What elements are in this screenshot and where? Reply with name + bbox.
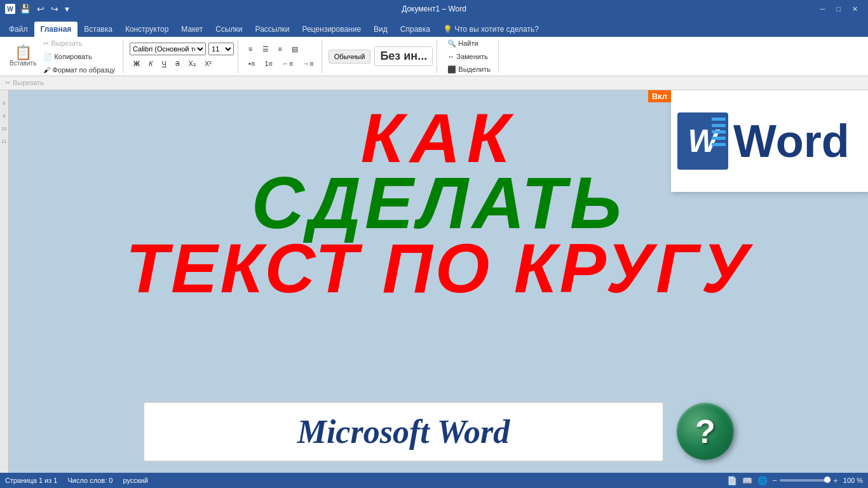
ruler-mark-11: 11 bbox=[2, 131, 7, 144]
language-indicator: русский bbox=[123, 477, 147, 484]
tab-insert[interactable]: Вставка bbox=[78, 22, 119, 37]
toolbar-extra: ✂ Вырезать bbox=[0, 76, 868, 90]
microsoft-word-box: Microsoft Word bbox=[143, 402, 664, 462]
align-right-button[interactable]: ≡ bbox=[275, 43, 286, 55]
tab-review[interactable]: Рецензирование bbox=[295, 22, 367, 37]
tab-help[interactable]: Справка bbox=[394, 22, 437, 37]
title-bar: W 💾 ↩ ↪ ▾ Документ1 – Word ─ □ ✕ bbox=[0, 0, 868, 18]
question-button[interactable]: ? bbox=[677, 403, 734, 460]
save-quick-btn[interactable]: 💾 bbox=[18, 4, 32, 14]
strikethrough-button[interactable]: З bbox=[172, 58, 184, 70]
window-title: Документ1 – Word bbox=[402, 4, 466, 13]
text-tekst-po-krugu: ТЕКСТ ПО КРУГУ bbox=[126, 233, 751, 303]
replace-button[interactable]: ↔ Заменить bbox=[444, 51, 494, 62]
italic-button[interactable]: К bbox=[145, 58, 156, 70]
indent-more-button[interactable]: →≡ bbox=[299, 58, 317, 69]
status-bar-left: Страница 1 из 1 Число слов: 0 русский bbox=[5, 477, 148, 484]
word-icon-lines bbox=[712, 118, 726, 146]
bold-button[interactable]: Ж bbox=[130, 58, 144, 70]
superscript-button[interactable]: X² bbox=[201, 58, 215, 70]
find-button[interactable]: 🔍 Найти bbox=[444, 37, 494, 50]
word-line-3 bbox=[712, 130, 726, 133]
main-area: 8 9 10 11 Вкл W Word КАК СДЕЛАТЬ bbox=[0, 90, 868, 473]
select-button[interactable]: ⬛ Выделить bbox=[444, 64, 494, 76]
window-controls: ─ □ ✕ bbox=[815, 4, 863, 15]
ruler-mark-10: 10 bbox=[2, 118, 7, 131]
tab-layout[interactable]: Макет bbox=[175, 22, 209, 37]
align-left-button[interactable]: ≡ bbox=[245, 43, 256, 55]
cut-label[interactable]: ✂ Вырезать bbox=[5, 79, 44, 87]
ribbon-toolbar: 📋 Вставить ✂ Вырезать 📄 Копировать 🖌 Фор… bbox=[0, 37, 868, 76]
paste-button[interactable]: 📋 Вставить bbox=[8, 44, 38, 69]
word-line-5 bbox=[712, 143, 726, 146]
print-view-button[interactable]: 📄 bbox=[727, 476, 737, 485]
redo-quick-btn[interactable]: ↪ bbox=[49, 4, 60, 14]
paste-icon: 📋 bbox=[15, 46, 32, 60]
justify-button[interactable]: ▤ bbox=[288, 43, 302, 55]
format-painter-button[interactable]: 🖌 Формат по образцу bbox=[39, 64, 119, 76]
status-bar-right: 📄 📖 🌐 − + 100 % bbox=[727, 476, 863, 485]
clipboard-group: 📋 Вставить ✂ Вырезать 📄 Копировать 🖌 Фор… bbox=[4, 40, 123, 73]
copy-button[interactable]: 📄 Копировать bbox=[39, 51, 119, 63]
tab-search[interactable]: 💡 Что вы хотите сделать? bbox=[437, 22, 545, 37]
web-view-button[interactable]: 🌐 bbox=[757, 476, 768, 485]
styles-group: Обычный Без ин... bbox=[325, 40, 437, 73]
word-line-4 bbox=[712, 137, 726, 140]
paste-label: Вставить bbox=[10, 60, 36, 67]
indent-less-button[interactable]: ←≡ bbox=[278, 58, 297, 69]
microsoft-word-text: Microsoft Word bbox=[297, 413, 510, 451]
question-mark-icon: ? bbox=[695, 412, 715, 451]
bottom-section: Microsoft Word ? bbox=[9, 390, 868, 473]
ruler-mark-8: 8 bbox=[3, 93, 6, 105]
vkl-badge: Вкл bbox=[648, 90, 671, 102]
word-line-2 bbox=[712, 124, 726, 127]
customize-quick-btn[interactable]: ▾ bbox=[63, 4, 71, 14]
minimize-button[interactable]: ─ bbox=[815, 4, 831, 14]
status-bar: Страница 1 из 1 Число слов: 0 русский 📄 … bbox=[0, 473, 868, 488]
tab-constructor[interactable]: Конструктор bbox=[119, 22, 175, 37]
zoom-in-button[interactable]: + bbox=[833, 476, 838, 485]
word-icon-big: W bbox=[677, 112, 728, 170]
close-button[interactable]: ✕ bbox=[847, 4, 863, 15]
ruler-mark-9: 9 bbox=[3, 105, 6, 118]
numbering-button[interactable]: 1≡ bbox=[261, 58, 276, 69]
word-line-1 bbox=[712, 118, 726, 121]
page-indicator: Страница 1 из 1 bbox=[5, 477, 57, 484]
undo-quick-btn[interactable]: ↩ bbox=[35, 4, 46, 14]
cut-button[interactable]: ✂ Вырезать bbox=[39, 37, 119, 50]
maximize-button[interactable]: □ bbox=[831, 4, 846, 14]
word-logo-text: Word bbox=[733, 118, 850, 164]
style-heading1[interactable]: Без ин... bbox=[374, 46, 433, 66]
title-bar-left: W 💾 ↩ ↪ ▾ bbox=[5, 4, 71, 14]
align-center-button[interactable]: ☰ bbox=[259, 43, 273, 55]
font-size-select[interactable]: 11 bbox=[208, 43, 234, 55]
font-family-select[interactable]: Calibri (Основной те... bbox=[130, 43, 206, 55]
zoom-out-button[interactable]: − bbox=[773, 476, 778, 485]
subscript-button[interactable]: X₂ bbox=[185, 58, 200, 70]
ribbon-tabs: Файл Главная Вставка Конструктор Макет С… bbox=[0, 18, 868, 37]
paragraph-group: ≡ ☰ ≡ ▤ •≡ 1≡ ←≡ →≡ bbox=[241, 40, 322, 73]
tab-view[interactable]: Вид bbox=[367, 22, 394, 37]
word-app-icon: W bbox=[5, 4, 15, 14]
tab-mailings[interactable]: Рассылки bbox=[249, 22, 296, 37]
zoom-thumb bbox=[824, 477, 831, 483]
underline-button[interactable]: Ч bbox=[158, 58, 170, 70]
tab-home[interactable]: Главная bbox=[34, 22, 78, 37]
komplive-logo: Вкл W Word bbox=[671, 90, 868, 192]
editing-group: 🔍 Найти ↔ Заменить ⬛ Выделить bbox=[440, 40, 499, 73]
zoom-slider-container: − + bbox=[773, 476, 838, 485]
tab-file[interactable]: Файл bbox=[3, 22, 34, 37]
font-group: Calibri (Основной те... 11 Ж К Ч З X₂ X² bbox=[126, 40, 238, 73]
style-normal[interactable]: Обычный bbox=[329, 50, 371, 64]
zoom-level: 100 % bbox=[843, 477, 863, 484]
zoom-slider[interactable] bbox=[780, 479, 831, 482]
bullets-button[interactable]: •≡ bbox=[245, 58, 259, 69]
word-count: Число слов: 0 bbox=[67, 477, 112, 484]
tab-references[interactable]: Ссылки bbox=[209, 22, 248, 37]
read-view-button[interactable]: 📖 bbox=[742, 476, 752, 485]
left-ruler: 8 9 10 11 bbox=[0, 90, 9, 473]
content-area: Вкл W Word КАК СДЕЛАТЬ ТЕКСТ ПО КРУГУ bbox=[9, 90, 868, 473]
